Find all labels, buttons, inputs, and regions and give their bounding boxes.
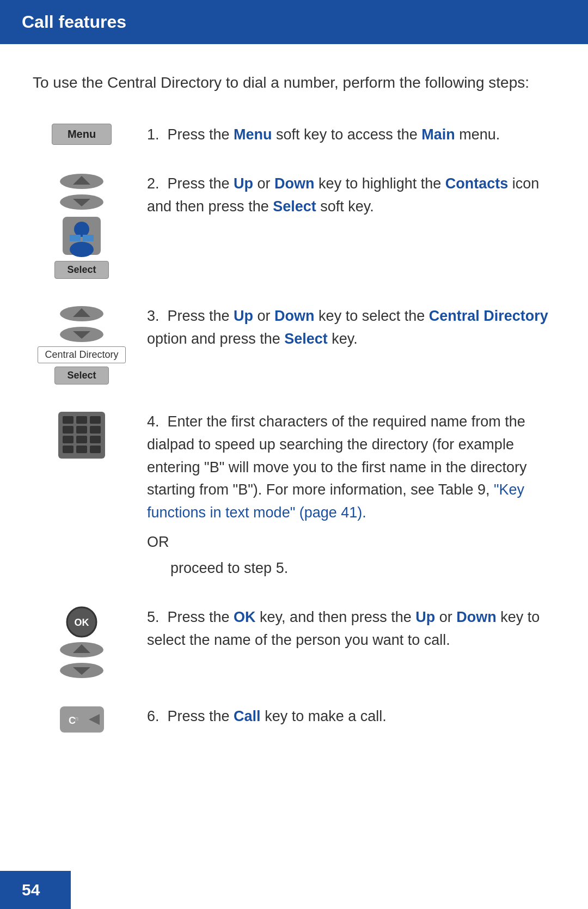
page-number: 54 xyxy=(22,881,40,899)
ok-button-icon: OK xyxy=(66,606,97,638)
step-5-text: 5. Press the OK key, and then press the … xyxy=(147,604,555,652)
down-arrow-icon-5 xyxy=(59,662,105,679)
step-2-select: Select xyxy=(273,198,316,215)
page-header: Call features xyxy=(0,0,588,44)
main-content: To use the Central Directory to dial a n… xyxy=(0,44,588,812)
step-2-contacts: Contacts xyxy=(445,175,509,192)
step-3-row: Central Directory Select 3. Press the Up… xyxy=(33,303,555,385)
down-arrow-icon xyxy=(59,193,105,211)
step-3-select: Select xyxy=(284,331,328,347)
step-2-text: 2. Press the Up or Down key to highlight… xyxy=(147,170,555,218)
step-1-main-highlight: Main xyxy=(421,126,455,143)
step-6-text: 6. Press the Call key to make a call. xyxy=(147,703,555,728)
step-1-menu-highlight: Menu xyxy=(234,126,272,143)
menu-key: Menu xyxy=(52,124,112,145)
step-6-number: 6. xyxy=(147,708,168,724)
up-arrow-icon-3 xyxy=(59,305,105,322)
svg-rect-14 xyxy=(63,416,74,424)
step-6-call: Call xyxy=(234,708,261,724)
step-3-down: Down xyxy=(274,308,315,324)
svg-point-6 xyxy=(70,242,94,257)
step-3-text: 3. Press the Up or Down key to select th… xyxy=(147,303,555,351)
up-arrow-icon-5 xyxy=(59,641,105,658)
step-4-row: 4. Enter the first characters of the req… xyxy=(33,408,555,580)
svg-rect-7 xyxy=(70,235,81,241)
page-title: Call features xyxy=(22,12,126,32)
svg-rect-20 xyxy=(63,436,74,443)
step-5-ok: OK xyxy=(234,609,256,625)
svg-rect-16 xyxy=(90,416,101,424)
step-2-row: Select 2. Press the Up or Down key to hi… xyxy=(33,170,555,279)
step-5-row: OK 5. Press the OK key, and then press t… xyxy=(33,604,555,679)
svg-rect-23 xyxy=(63,446,74,453)
svg-rect-15 xyxy=(76,416,87,424)
step-1-number: 1. xyxy=(147,126,168,143)
page-footer: 54 xyxy=(0,871,71,909)
up-arrow-icon xyxy=(59,173,105,190)
step-1-icon-col: Menu xyxy=(33,121,131,145)
step-2-down: Down xyxy=(274,175,315,192)
svg-rect-17 xyxy=(63,426,74,434)
step-4-number: 4. xyxy=(147,413,168,430)
svg-point-5 xyxy=(74,222,89,237)
step-6-row: C n 6. Press the Call key to make a call… xyxy=(33,703,555,734)
svg-rect-22 xyxy=(90,436,101,443)
central-directory-label: Central Directory xyxy=(38,346,125,363)
step-5-up: Up xyxy=(415,609,435,625)
or-text: OR xyxy=(147,531,555,554)
svg-rect-24 xyxy=(76,446,87,453)
dialpad-icon xyxy=(57,411,106,460)
step-3-icon-col: Central Directory Select xyxy=(33,303,131,385)
svg-rect-25 xyxy=(90,446,101,453)
steps-list: Menu 1. Press the Menu soft key to acces… xyxy=(33,121,555,758)
proceed-text: proceed to step 5. xyxy=(147,557,555,580)
step-4-icon-col xyxy=(33,408,131,460)
key-functions-link[interactable]: "Key functions in text mode" (page 41). xyxy=(147,481,524,521)
svg-rect-21 xyxy=(76,436,87,443)
svg-text:n: n xyxy=(75,715,78,722)
call-key-icon: C n xyxy=(59,705,105,734)
step-1-row: Menu 1. Press the Menu soft key to acces… xyxy=(33,121,555,147)
step-3-central: Central Directory xyxy=(429,308,548,324)
step-3-up: Up xyxy=(234,308,253,324)
down-arrow-icon-3 xyxy=(59,326,105,343)
svg-text:OK: OK xyxy=(75,617,89,628)
step-1-text: 1. Press the Menu soft key to access the… xyxy=(147,121,555,147)
svg-rect-8 xyxy=(83,235,94,241)
select-key-3: Select xyxy=(54,367,109,385)
select-key-2: Select xyxy=(54,261,109,279)
intro-text: To use the Central Directory to dial a n… xyxy=(33,71,555,94)
step-5-down: Down xyxy=(456,609,497,625)
svg-rect-19 xyxy=(90,426,101,434)
step-6-icon-col: C n xyxy=(33,703,131,734)
step-4-text: 4. Enter the first characters of the req… xyxy=(147,408,555,580)
contacts-icon xyxy=(60,214,103,258)
step-5-icon-col: OK xyxy=(33,604,131,679)
step-3-number: 3. xyxy=(147,308,168,324)
step-2-up: Up xyxy=(234,175,253,192)
step-2-icon-col: Select xyxy=(33,170,131,279)
svg-rect-18 xyxy=(76,426,87,434)
step-5-number: 5. xyxy=(147,609,168,625)
step-2-number: 2. xyxy=(147,175,168,192)
